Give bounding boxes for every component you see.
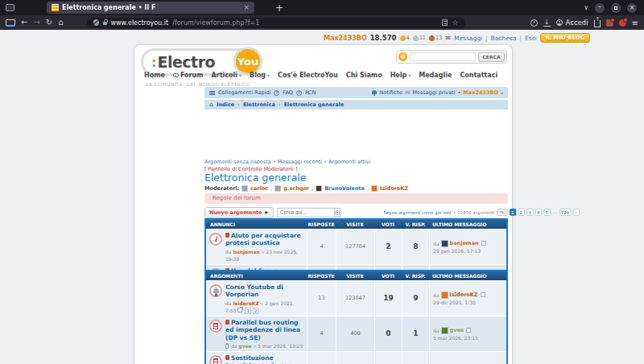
table-row: i Aiuto per acquistare protesi acustica … [206,229,506,264]
topic-title-link[interactable]: Aiuto per acquistare protesi acustica [225,232,301,246]
esci-link[interactable]: Esci [525,35,537,42]
page-729[interactable]: 729 [559,209,570,216]
extension-icon[interactable] [606,19,613,27]
site-search-input[interactable] [410,52,476,61]
breadcrumb-elettronica[interactable]: Elettronica [243,101,275,108]
topic-page-link[interactable]: 2 [253,308,259,314]
chevron-down-icon: ▾ [408,72,411,78]
goto-last-post-icon[interactable] [481,241,486,246]
notifiche-link[interactable]: Notifiche [379,89,402,96]
argomenti-attivi-link[interactable]: Argomenti attivi [328,159,371,165]
page-4[interactable]: 4 [535,209,541,216]
topic-search-input[interactable] [277,208,335,217]
window-maximize-button[interactable] [611,3,621,13]
topic-title-link[interactable]: Sostituzione transistor serie con mosfet… [225,354,292,364]
home-icon[interactable]: ⌂ [58,19,63,27]
topic-title-link[interactable]: Corso Youtube di Vorperian [225,283,283,298]
forum-title[interactable]: Elettronica generale [204,172,306,184]
nav-articoli[interactable]: Articoli▾ [212,72,242,79]
topic-title-link[interactable]: Parallel bus routing ed impedenze di lin… [225,319,300,341]
new-topic-button[interactable]: Nuovo argomento ★ [204,207,274,218]
firefox-view-icon[interactable] [6,4,14,11]
bookmark-star-icon[interactable]: ☆ [452,19,458,27]
bronze-medal-icon [429,35,435,41]
menu-hamburger-icon[interactable]: ≡ [632,19,638,27]
tracking-protection-shield-icon[interactable] [93,19,99,26]
nav-contattaci[interactable]: Contattaci [460,72,497,79]
author-link[interactable]: IsidoroKZ [233,300,258,306]
new-tab-button[interactable]: + [275,3,283,13]
site-tagline: LA COMUNITA' DEL MONDO ELETTRICO [146,81,250,87]
band-username-menu[interactable]: Max2433BO [463,89,498,96]
downloads-icon[interactable]: ↓ [543,19,551,27]
jump-to-page-icon[interactable]: ↷ [497,209,507,216]
forward-icon[interactable]: → [33,19,39,27]
history-clock-icon[interactable] [530,19,538,27]
notifications-bell-icon[interactable] [372,90,377,94]
reader-mode-icon[interactable] [442,19,448,26]
nav-medaglie[interactable]: Medaglie [419,72,452,79]
extension-badge-icon[interactable] [619,19,626,27]
messages-envelope-icon[interactable]: ✉ [445,35,451,42]
pcn-link[interactable]: PCN [305,89,316,96]
forum-rules-link[interactable]: Regole del forum [204,193,508,204]
author-link[interactable]: gvee [238,343,251,349]
pagination-area: Segna argomenti come già letti • 21850 a… [383,209,579,216]
quicklinks-menu-icon[interactable] [209,91,215,95]
url-bar[interactable]: www.electroyou.it/forum/viewforum.php?f=… [87,18,465,28]
nav-blog[interactable]: Blog▾ [250,72,270,79]
moderator-link[interactable]: g.schgor [283,185,309,192]
page-next[interactable]: › [572,209,579,216]
collegamenti-rapidi-link[interactable]: Collegamenti Rapidi [218,89,270,96]
breadcrumb-indice[interactable]: Indice [217,101,234,108]
il-mio-blog-button[interactable]: IL MIO BLOG [540,33,591,43]
moderator-link[interactable]: IsidoroKZ [380,185,408,192]
bacheca-link[interactable]: Bacheca [491,35,517,42]
window-minimize-button[interactable]: – [595,3,605,13]
messaggi-link[interactable]: Messaggi [454,35,482,42]
page-1[interactable]: 1 [509,209,515,216]
page-2[interactable]: 2 [518,209,524,216]
page-3[interactable]: 3 [526,209,533,216]
browser-tab[interactable]: Elettronica generale • Il F × [47,2,254,14]
tab-list-chevron-icon[interactable]: ∨ [584,4,588,11]
tab-close-icon[interactable]: × [243,4,250,11]
nav-chi-siamo[interactable]: Chi Siamo [346,72,382,79]
goto-last-post-icon[interactable] [466,328,471,333]
back-icon[interactable]: ← [21,19,27,27]
nav-home[interactable]: Home [144,72,165,79]
moderator-link[interactable]: carloc [250,185,268,192]
last-post-date: 29 gen 2026, 17:13 [433,248,481,254]
messaggi-recenti-link[interactable]: Messaggi recenti [278,159,322,165]
author-link[interactable]: banjoman [233,249,259,254]
userbar-username-link[interactable]: Max2433BO [324,35,367,42]
nav-help[interactable]: Help▾ [390,72,411,79]
sidebar-toggle-icon[interactable] [6,19,15,27]
pages-icon [237,308,242,312]
col-ultimo-messaggio: ULTIMO MESSAGGIO [429,221,506,227]
page-5[interactable]: 5 [543,209,550,216]
last-author-link[interactable]: IsidoroKZ [450,292,478,298]
window-close-button[interactable]: × [627,3,637,13]
lock-icon[interactable] [103,22,107,25]
share-icon[interactable] [594,20,601,27]
userbar-score: 18.570 [370,34,397,42]
faq-link[interactable]: FAQ [283,89,293,96]
cerca-button[interactable]: CERCA [478,52,505,62]
last-author-link[interactable]: gvee [450,327,464,333]
topic-page-link[interactable]: 1 [245,308,251,314]
home-breadcrumb-icon[interactable]: ⌂ [209,101,213,108]
topic-controls: Nuovo argomento ★ Segna argomenti come g… [204,206,508,218]
argomenti-senza-risposta-link[interactable]: Argomenti senza risposta [204,159,271,165]
mark-read-link[interactable]: Segna argomenti come già letti [383,209,451,215]
nav-cose-electroyou[interactable]: Cos'è ElectroYou [278,72,338,79]
messaggi-privati-link[interactable]: Messaggi privati [412,89,455,96]
goto-last-post-icon[interactable] [481,292,485,297]
account-signin-button[interactable]: Accedi [556,19,588,27]
reload-icon[interactable]: ↻ [46,19,52,27]
search-settings-button[interactable] [335,208,341,217]
breadcrumb-elettronica-generale[interactable]: Elettronica generale [284,101,345,108]
last-author-link[interactable]: banjoman [450,240,479,246]
nav-forum[interactable]: Forum [173,72,204,79]
moderator-link[interactable]: BrunoValente [324,185,365,192]
